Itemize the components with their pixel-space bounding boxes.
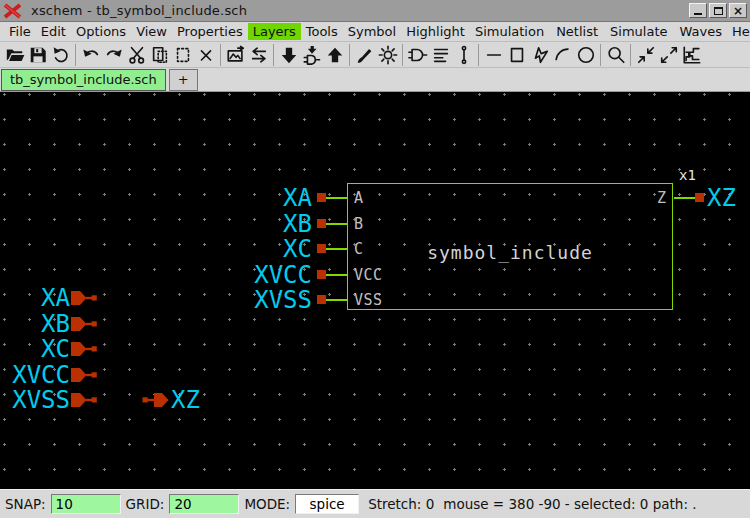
undo-button[interactable] bbox=[80, 43, 101, 67]
redo-button[interactable] bbox=[103, 43, 124, 67]
snap-input[interactable] bbox=[51, 494, 121, 514]
io-pin-label-xvcc[interactable]: XVCC bbox=[0, 363, 70, 387]
menu-view[interactable]: View bbox=[131, 23, 172, 40]
open-file-button[interactable] bbox=[4, 43, 25, 67]
menu-edit[interactable]: Edit bbox=[36, 23, 71, 40]
descend-symbol-button[interactable] bbox=[278, 43, 299, 67]
io-pin-label-xz[interactable]: XZ bbox=[171, 388, 200, 412]
zoom-out-button[interactable] bbox=[658, 43, 679, 67]
output-pin-icon[interactable] bbox=[142, 392, 169, 408]
pin-square[interactable] bbox=[317, 193, 326, 202]
reload-button[interactable] bbox=[50, 43, 71, 67]
zoom-box-button[interactable] bbox=[605, 43, 626, 67]
delete-button[interactable] bbox=[195, 43, 216, 67]
wire[interactable] bbox=[326, 223, 347, 225]
symbol-pin-c: C bbox=[354, 241, 364, 257]
net-label-xz[interactable]: XZ bbox=[707, 186, 736, 210]
symbol-pin-vcc: VCC bbox=[354, 267, 383, 283]
swap-wires-button[interactable] bbox=[248, 43, 269, 67]
input-pin-icon[interactable] bbox=[71, 392, 97, 408]
new-tab-button[interactable]: + bbox=[169, 69, 198, 91]
insert-arc-button[interactable] bbox=[552, 43, 573, 67]
title-bar[interactable]: xschem - tb_symbol_include.sch × bbox=[0, 0, 750, 22]
net-label-xb[interactable]: XB bbox=[192, 212, 312, 236]
draw-pencil-button[interactable] bbox=[354, 43, 375, 67]
copy-button[interactable] bbox=[149, 43, 170, 67]
menu-simulation[interactable]: Simulation bbox=[470, 23, 549, 40]
menu-options[interactable]: Options bbox=[71, 23, 131, 40]
pin-square[interactable] bbox=[317, 295, 326, 304]
close-button[interactable]: × bbox=[729, 3, 747, 18]
save-button[interactable] bbox=[27, 43, 48, 67]
snap-label: SNAP: bbox=[5, 496, 46, 512]
insert-wire-button[interactable] bbox=[453, 43, 474, 67]
pin-square[interactable] bbox=[317, 244, 326, 253]
schematic-canvas[interactable]: symbol_include x1 A B C VCC VSS Z XA XB … bbox=[0, 92, 750, 489]
pin-square[interactable] bbox=[317, 270, 326, 279]
toolbar bbox=[0, 42, 750, 68]
toggle-light-button[interactable] bbox=[377, 43, 398, 67]
menu-tools[interactable]: Tools bbox=[301, 23, 343, 40]
tab-active[interactable]: tb_symbol_include.sch bbox=[1, 69, 166, 91]
menu-simulate[interactable]: Simulate bbox=[605, 23, 672, 40]
wire[interactable] bbox=[326, 299, 347, 301]
xschem-window: xschem - tb_symbol_include.sch × File Ed… bbox=[0, 0, 750, 518]
mode-label: MODE: bbox=[244, 496, 290, 512]
wire[interactable] bbox=[326, 274, 347, 276]
toolbar-separator bbox=[402, 44, 403, 66]
place-symbol-button[interactable] bbox=[301, 43, 322, 67]
instance-name-label: x1 bbox=[679, 167, 696, 183]
menu-symbol[interactable]: Symbol bbox=[343, 23, 401, 40]
menu-help[interactable]: Help bbox=[727, 23, 750, 40]
xschem-logo-icon bbox=[3, 2, 23, 20]
input-pin-icon[interactable] bbox=[71, 316, 97, 332]
menu-layers[interactable]: Layers bbox=[248, 23, 301, 40]
cut-button[interactable] bbox=[126, 43, 147, 67]
insert-line-button[interactable] bbox=[483, 43, 504, 67]
menu-netlist[interactable]: Netlist bbox=[551, 23, 603, 40]
net-label-xvss[interactable]: XVSS bbox=[192, 288, 312, 312]
io-pin-label-xvss[interactable]: XVSS bbox=[0, 388, 70, 412]
pin-square[interactable] bbox=[695, 193, 704, 202]
mouse-status: mouse = 380 -90 - selected: 0 path: . bbox=[443, 496, 696, 512]
io-pin-label-xa[interactable]: XA bbox=[0, 286, 70, 310]
menu-highlight[interactable]: Highlight bbox=[401, 23, 470, 40]
toolbar-separator bbox=[349, 44, 350, 66]
net-label-xvcc[interactable]: XVCC bbox=[192, 263, 312, 287]
wire[interactable] bbox=[326, 248, 347, 250]
make-symbol-button[interactable] bbox=[407, 43, 428, 67]
waves-button[interactable] bbox=[681, 43, 702, 67]
insert-polygon-button[interactable] bbox=[529, 43, 550, 67]
input-pin-icon[interactable] bbox=[71, 290, 97, 306]
grid-input[interactable] bbox=[169, 494, 239, 514]
wire[interactable] bbox=[326, 197, 347, 199]
toolbar-separator bbox=[75, 44, 76, 66]
minimize-button[interactable] bbox=[689, 3, 707, 18]
symbol-pin-b: B bbox=[354, 216, 364, 232]
go-up-button[interactable] bbox=[324, 43, 345, 67]
break-symbol-button[interactable] bbox=[225, 43, 246, 67]
wire[interactable] bbox=[674, 197, 696, 199]
insert-circle-button[interactable] bbox=[575, 43, 596, 67]
paste-button[interactable] bbox=[172, 43, 193, 67]
symbol-pin-z: Z bbox=[657, 190, 667, 206]
zoom-in-button[interactable] bbox=[635, 43, 656, 67]
net-label-xa[interactable]: XA bbox=[192, 186, 312, 210]
mode-input[interactable] bbox=[295, 494, 359, 514]
place-text-button[interactable] bbox=[430, 43, 451, 67]
net-label-xc[interactable]: XC bbox=[192, 237, 312, 261]
maximize-button[interactable] bbox=[709, 3, 727, 18]
toolbar-separator bbox=[478, 44, 479, 66]
menu-properties[interactable]: Properties bbox=[172, 23, 248, 40]
menu-file[interactable]: File bbox=[4, 23, 36, 40]
io-pin-label-xb[interactable]: XB bbox=[0, 312, 70, 336]
insert-rect-button[interactable] bbox=[506, 43, 527, 67]
status-bar: SNAP: GRID: MODE: Stretch: 0 mouse = 380… bbox=[0, 489, 750, 518]
input-pin-icon[interactable] bbox=[71, 367, 97, 383]
input-pin-icon[interactable] bbox=[71, 341, 97, 357]
io-pin-label-xc[interactable]: XC bbox=[0, 337, 70, 361]
pin-square[interactable] bbox=[317, 219, 326, 228]
menu-waves[interactable]: Waves bbox=[675, 23, 727, 40]
window-title: xschem - tb_symbol_include.sch bbox=[31, 3, 689, 18]
symbol-pin-a: A bbox=[354, 190, 364, 206]
